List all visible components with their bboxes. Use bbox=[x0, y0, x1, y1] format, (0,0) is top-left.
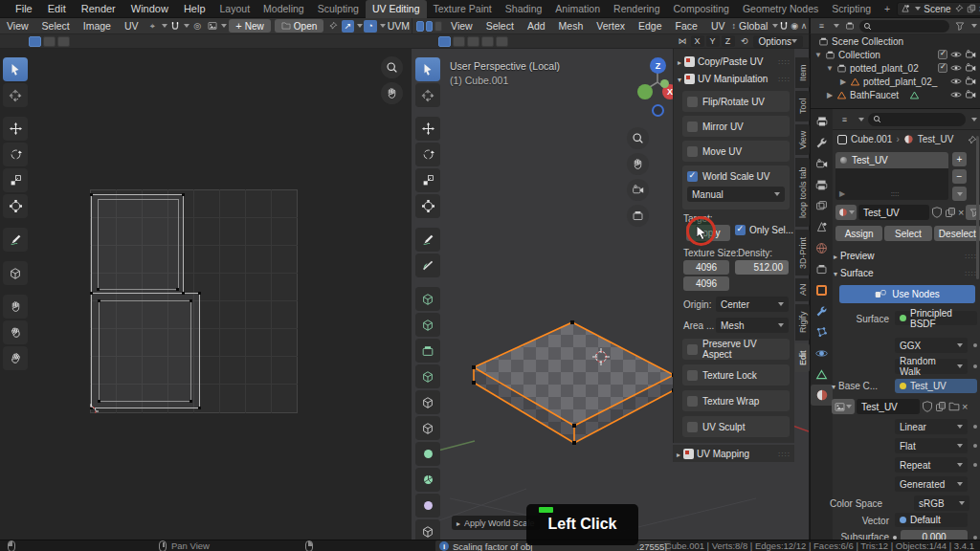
checkbox-world-scale-uv[interactable]: World Scale UV bbox=[682, 165, 790, 187]
npanel-tab-edit[interactable]: Edit bbox=[795, 343, 810, 372]
tool-2d-cursor[interactable] bbox=[3, 83, 28, 107]
tab-particles[interactable] bbox=[811, 321, 833, 342]
vector-field[interactable]: Default bbox=[895, 513, 968, 527]
breadcrumb-object[interactable]: Cube.001 bbox=[851, 134, 892, 144]
options-dropdown[interactable]: Options bbox=[753, 35, 803, 48]
gizmo-z-neg-axis[interactable] bbox=[652, 104, 664, 117]
uv-editor-canvas[interactable] bbox=[0, 49, 412, 540]
editor-type-icon[interactable] bbox=[811, 111, 833, 132]
add-slot-button[interactable]: + bbox=[952, 152, 967, 166]
animate-dot[interactable] bbox=[973, 343, 977, 347]
new-image-button[interactable]: +New bbox=[229, 19, 270, 33]
workspace-tab-scripting[interactable]: Scripting bbox=[825, 0, 878, 18]
base-color-field[interactable]: Test_UV bbox=[895, 379, 977, 393]
unlink-x-icon[interactable]: × bbox=[958, 207, 964, 218]
checkbox-preserve-uv-aspect[interactable]: Preserve UV Aspect bbox=[682, 339, 790, 360]
tab-output[interactable] bbox=[811, 174, 833, 195]
panel-uv-mapping[interactable]: UV Mapping:::: bbox=[673, 445, 794, 462]
workspace-tab-modeling[interactable]: Modeling bbox=[256, 0, 311, 18]
workspace-tab-compositing[interactable]: Compositing bbox=[667, 0, 736, 18]
tool-transform[interactable] bbox=[415, 194, 440, 218]
checkbox-icon[interactable] bbox=[735, 225, 746, 235]
tool-knife[interactable] bbox=[415, 416, 440, 440]
mirror-z-toggle[interactable]: Z bbox=[722, 35, 735, 47]
disable-render-camera-icon[interactable] bbox=[965, 49, 976, 60]
perspective-toggle-icon[interactable] bbox=[627, 205, 649, 227]
browse-image-button[interactable] bbox=[832, 399, 855, 414]
menu-edit[interactable]: Edit bbox=[40, 3, 74, 14]
mirror-x-toggle[interactable]: X bbox=[691, 35, 704, 47]
checkbox-icon[interactable] bbox=[687, 344, 698, 355]
disable-render-camera-icon[interactable] bbox=[965, 89, 976, 100]
workspace-tab-uv-editing[interactable]: UV Editing bbox=[366, 0, 427, 18]
surface-shader-field[interactable]: Principled BSDF bbox=[895, 311, 977, 325]
tool-poly-build[interactable] bbox=[415, 442, 440, 466]
properties-search-input[interactable] bbox=[868, 113, 966, 126]
disable-render-camera-icon[interactable] bbox=[965, 76, 976, 87]
select-mode-invert-icon[interactable] bbox=[481, 36, 494, 47]
gizmo-y-neg-axis[interactable] bbox=[660, 79, 669, 88]
tool-select-box[interactable] bbox=[415, 57, 440, 81]
select-mode-set-icon[interactable] bbox=[29, 36, 41, 47]
animate-dot[interactable] bbox=[973, 425, 977, 429]
panel-uv-manipulation[interactable]: UV Manipulation:::: bbox=[674, 70, 794, 87]
face-select-mode-icon[interactable] bbox=[434, 21, 442, 32]
outliner-row-potted-plant-object[interactable]: ▶ potted_plant_02_ bbox=[811, 75, 980, 88]
checkbox-icon[interactable] bbox=[687, 97, 698, 107]
tool-rotate[interactable] bbox=[415, 143, 440, 166]
outliner-row-collection[interactable]: ▼ Collection bbox=[811, 48, 980, 61]
panel-preview[interactable]: Preview:::: bbox=[830, 247, 980, 264]
outliner-row-scene-collection[interactable]: Scene Collection bbox=[811, 34, 980, 48]
hide-eye-icon[interactable] bbox=[950, 76, 962, 87]
outliner-row-potted-plant-collection[interactable]: ▼ potted_plant_02 bbox=[811, 61, 980, 75]
workspace-tab-rendering[interactable]: Rendering bbox=[607, 0, 666, 18]
tab-tool[interactable] bbox=[811, 132, 833, 153]
fake-user-shield-icon[interactable] bbox=[931, 207, 943, 218]
vp-menu-add[interactable]: Add bbox=[521, 20, 552, 32]
uv-menu-image[interactable]: Image bbox=[77, 20, 118, 32]
browse-material-button[interactable] bbox=[835, 205, 857, 220]
fake-user-shield-icon[interactable] bbox=[922, 401, 933, 412]
transform-orientation-dropdown[interactable]: Global bbox=[736, 20, 770, 32]
tool-measure[interactable] bbox=[415, 253, 440, 277]
vp-menu-face[interactable]: Face bbox=[669, 20, 704, 32]
unlink-x-icon[interactable]: × bbox=[962, 401, 968, 412]
vp-menu-view[interactable]: View bbox=[444, 20, 479, 32]
tab-scene[interactable] bbox=[811, 216, 833, 237]
drag-grip-icon[interactable]: :::: bbox=[778, 450, 791, 458]
gizmo-toggle-icon[interactable]: ↗ bbox=[342, 20, 354, 33]
tool-move[interactable] bbox=[415, 117, 440, 141]
breadcrumb-material[interactable]: Test_UV bbox=[918, 134, 954, 144]
material-slot-row[interactable]: Test_UV bbox=[835, 152, 948, 168]
vp-menu-select[interactable]: Select bbox=[479, 20, 521, 32]
camera-view-icon[interactable] bbox=[627, 179, 649, 201]
texture-height-field[interactable]: 4096 bbox=[683, 276, 729, 291]
proportional-editing-icon[interactable]: ◉ bbox=[791, 20, 798, 33]
npanel-tab-loop-tools[interactable]: loop tools tab bbox=[795, 158, 810, 227]
tool-scale[interactable] bbox=[415, 168, 440, 192]
checkbox-uv-sculpt[interactable]: UV Sculpt bbox=[682, 416, 790, 437]
checkbox-icon[interactable] bbox=[687, 396, 698, 407]
workspace-add-button[interactable]: + bbox=[878, 0, 897, 18]
image-browse-icon[interactable] bbox=[206, 20, 218, 33]
select-mode-intersect-icon[interactable] bbox=[496, 36, 508, 47]
world-scale-mode-dropdown[interactable]: Manual bbox=[687, 187, 785, 202]
tool-add-cube[interactable] bbox=[415, 287, 440, 311]
select-mode-set-icon[interactable] bbox=[438, 36, 451, 47]
subsurface-method-dropdown[interactable]: Random Walk bbox=[895, 359, 968, 374]
tool-transform[interactable] bbox=[3, 194, 28, 218]
correct-face-attributes-icon[interactable]: ⟲ bbox=[738, 35, 752, 48]
workspace-tab-shading[interactable]: Shading bbox=[499, 0, 549, 18]
copy-icon[interactable] bbox=[935, 401, 947, 412]
pan-hand-icon[interactable] bbox=[381, 82, 403, 104]
tool-scale[interactable] bbox=[3, 168, 28, 192]
select-mode-subtract-icon[interactable] bbox=[57, 36, 70, 47]
checkbox-flip-rotate-uv[interactable]: Flip/Rotate UV bbox=[682, 91, 790, 112]
copy-icon[interactable] bbox=[945, 207, 956, 218]
tool-3d-cursor[interactable] bbox=[415, 83, 440, 107]
tool-select-box[interactable] bbox=[3, 57, 28, 81]
pan-hand-icon[interactable] bbox=[627, 153, 649, 175]
tool-pinch[interactable] bbox=[3, 346, 28, 370]
workspace-tab-animation[interactable]: Animation bbox=[548, 0, 607, 18]
tool-rip-region[interactable] bbox=[3, 261, 28, 285]
